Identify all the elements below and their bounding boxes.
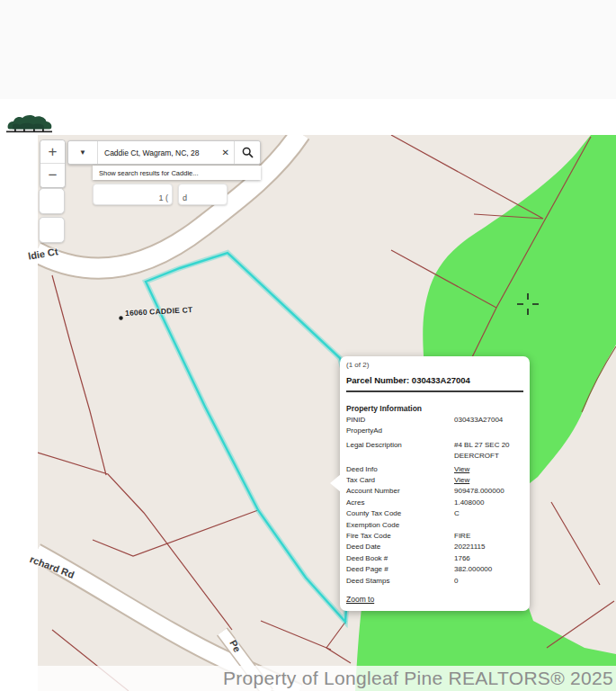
property-row-deed-date: Deed Date 20221115 <box>346 542 523 552</box>
parcel-info-popup: (1 of 2) Parcel Number: 030433A27004 Pro… <box>340 356 530 611</box>
search-button[interactable] <box>234 141 260 164</box>
popup-title: Parcel Number: 030433A27004 <box>346 375 523 385</box>
search-icon <box>242 147 254 158</box>
map-tool-button-2[interactable] <box>39 217 65 243</box>
property-row-pinid: PINID 030433A27004 <box>346 415 523 426</box>
deed-info-view-link[interactable]: View <box>454 464 523 475</box>
property-row-tax-card: Tax Card View <box>346 475 523 486</box>
popup-section-heading: Property Information <box>346 404 523 413</box>
autocomplete-fragment-1: 1 ( <box>93 184 173 205</box>
watermark-bar: Property of Longleaf Pine REALTORS® 2025 <box>0 666 616 691</box>
chevron-down-icon: ▼ <box>79 148 86 157</box>
property-row-propertyad: PropertyAd <box>346 426 523 436</box>
zoom-to-link[interactable]: Zoom to <box>346 595 374 604</box>
clear-search-icon[interactable]: ✕ <box>222 141 229 164</box>
pine-trees-logo-icon <box>5 112 54 134</box>
property-row-legal-description: Legal Description #4 BL 27 SEC 20 DEERCR… <box>346 440 523 462</box>
tax-card-view-link[interactable]: View <box>454 475 523 486</box>
zoom-control: + − <box>40 139 66 188</box>
app-header: Laurinburg Parcel Explorer <box>0 108 616 135</box>
property-row-deed-stamps: Deed Stamps 0 <box>346 576 523 587</box>
popup-pointer <box>330 474 341 492</box>
search-bar: ▼ ✕ <box>67 140 261 165</box>
search-dropdown-button[interactable]: ▼ <box>68 141 98 164</box>
zoom-in-button[interactable]: + <box>40 140 65 164</box>
property-row-county-tax-code: County Tax Code C <box>346 508 523 519</box>
search-suggestion-item[interactable]: Show search results for Caddie... <box>93 166 261 180</box>
search-suggestion-text: Show search results for Caddie... <box>93 169 198 177</box>
property-row-deed-info: Deed Info View <box>346 464 523 475</box>
zoom-out-button[interactable]: − <box>40 164 65 187</box>
autocomplete-fragment-2: d <box>178 184 228 205</box>
property-row-deed-page: Deed Page # 382.000000 <box>346 564 523 575</box>
property-row-deed-book: Deed Book # 1766 <box>346 553 523 564</box>
property-row-acres: Acres 1.408000 <box>346 498 523 508</box>
property-row-account-number: Account Number 909478.000000 <box>346 486 523 497</box>
property-row-fire-tax-code: Fire Tax Code FIRE <box>346 531 523 542</box>
top-blank-area <box>0 0 616 99</box>
popup-divider <box>346 390 523 392</box>
map-tool-button-1[interactable] <box>39 188 65 214</box>
parcel-marker-dot <box>119 316 122 319</box>
search-input[interactable] <box>98 148 219 157</box>
popup-pagination: (1 of 2) <box>346 361 523 369</box>
search-field: ✕ <box>98 141 234 164</box>
property-row-exemption-code: Exemption Code <box>346 520 523 531</box>
watermark-text: Property of Longleaf Pine REALTORS® 2025 <box>223 668 616 689</box>
